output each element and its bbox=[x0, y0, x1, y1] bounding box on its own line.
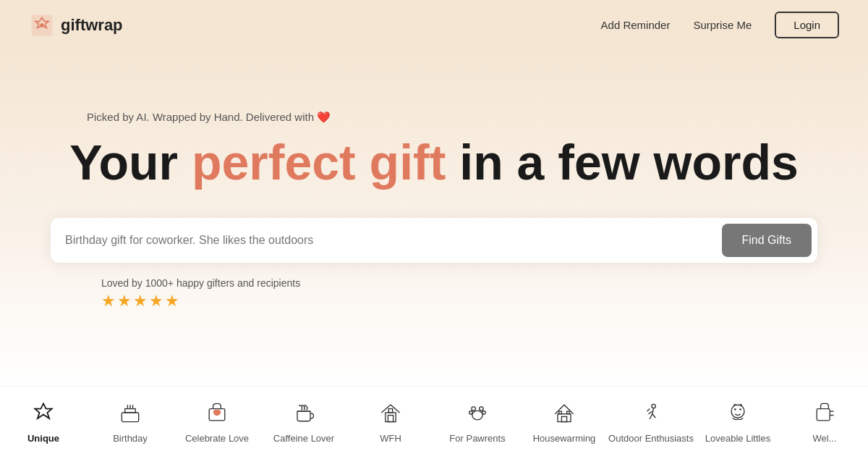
category-loveable-littles[interactable]: Loveable Littles bbox=[694, 398, 781, 444]
svg-rect-17 bbox=[561, 416, 566, 421]
category-for-pawrents-label: For Pawrents bbox=[449, 433, 505, 444]
svg-point-13 bbox=[480, 407, 483, 410]
svg-rect-10 bbox=[388, 409, 392, 413]
category-celebrate-love-label: Celebrate Love bbox=[185, 433, 249, 444]
category-welcome-label: Wel... bbox=[813, 433, 837, 444]
category-caffeine-lover[interactable]: Caffeine Lover bbox=[260, 398, 347, 444]
hero-title: Your perfect gift in a few words bbox=[69, 135, 799, 190]
category-wfh[interactable]: WFH bbox=[347, 398, 434, 444]
svg-rect-24 bbox=[817, 409, 830, 421]
svg-rect-3 bbox=[125, 409, 135, 413]
star-1: ★ bbox=[101, 292, 116, 311]
logo[interactable]: giftwrap bbox=[29, 12, 123, 38]
svg-point-15 bbox=[482, 411, 486, 415]
search-container: Find Gifts bbox=[51, 218, 817, 263]
category-welcome[interactable]: Wel... bbox=[781, 398, 868, 444]
svg-rect-9 bbox=[388, 416, 393, 422]
svg-point-20 bbox=[652, 404, 655, 408]
hero-title-part1: Your bbox=[69, 135, 192, 190]
hero-title-part2: in a few words bbox=[446, 135, 798, 190]
hero-title-accent: perfect gift bbox=[192, 135, 446, 190]
logo-text: giftwrap bbox=[61, 16, 123, 35]
star-5: ★ bbox=[165, 292, 179, 311]
unique-icon bbox=[29, 398, 58, 427]
star-2: ★ bbox=[117, 292, 132, 311]
category-housewarming[interactable]: Housewarming bbox=[521, 398, 608, 444]
category-birthday[interactable]: Birthday bbox=[87, 398, 174, 444]
svg-rect-19 bbox=[567, 411, 570, 414]
category-celebrate-love[interactable]: Celebrate Love bbox=[174, 398, 260, 444]
hero-section: Picked by AI. Wrapped by Hand. Delivered… bbox=[0, 50, 868, 386]
svg-point-12 bbox=[472, 407, 475, 410]
category-wfh-label: WFH bbox=[380, 433, 401, 444]
login-button[interactable]: Login bbox=[775, 12, 839, 38]
star-4: ★ bbox=[149, 292, 163, 311]
add-reminder-link[interactable]: Add Reminder bbox=[601, 19, 671, 31]
search-input[interactable] bbox=[65, 234, 722, 247]
svg-point-14 bbox=[469, 411, 473, 415]
category-outdoor-enthusiasts-label: Outdoor Enthusiasts bbox=[608, 433, 694, 444]
svg-rect-18 bbox=[559, 411, 562, 414]
tagline: Picked by AI. Wrapped by Hand. Delivered… bbox=[87, 111, 331, 124]
category-loveable-littles-label: Loveable Littles bbox=[705, 433, 770, 444]
category-birthday-label: Birthday bbox=[113, 433, 148, 444]
svg-point-11 bbox=[472, 410, 482, 420]
svg-rect-8 bbox=[386, 413, 396, 422]
svg-rect-16 bbox=[558, 414, 571, 422]
header: giftwrap Add Reminder Surprise Me Login bbox=[0, 0, 868, 50]
celebrate-love-icon bbox=[203, 398, 231, 427]
categories-bar: Unique Birthday Celebrate Love bbox=[0, 386, 868, 451]
birthday-icon bbox=[116, 398, 145, 427]
category-caffeine-lover-label: Caffeine Lover bbox=[273, 433, 334, 444]
category-unique[interactable]: Unique bbox=[0, 398, 87, 444]
svg-rect-2 bbox=[122, 413, 138, 422]
star-rating: ★ ★ ★ ★ ★ bbox=[101, 292, 179, 311]
find-gifts-button[interactable]: Find Gifts bbox=[722, 224, 812, 257]
category-for-pawrents[interactable]: For Pawrents bbox=[434, 398, 521, 444]
star-3: ★ bbox=[133, 292, 148, 311]
social-proof-text: Loved by 1000+ happy gifters and recipie… bbox=[101, 277, 300, 289]
surprise-me-link[interactable]: Surprise Me bbox=[693, 19, 752, 31]
category-outdoor-enthusiasts[interactable]: Outdoor Enthusiasts bbox=[608, 398, 694, 444]
category-unique-label: Unique bbox=[27, 433, 59, 444]
header-nav: Add Reminder Surprise Me Login bbox=[601, 12, 839, 38]
logo-icon bbox=[29, 12, 55, 38]
svg-point-22 bbox=[734, 408, 736, 410]
welcome-icon bbox=[810, 398, 839, 427]
housewarming-icon bbox=[550, 398, 579, 427]
social-proof: Loved by 1000+ happy gifters and recipie… bbox=[101, 277, 300, 311]
wfh-icon bbox=[376, 398, 405, 427]
outdoor-enthusiasts-icon bbox=[637, 398, 665, 427]
for-pawrents-icon bbox=[463, 398, 492, 427]
category-housewarming-label: Housewarming bbox=[533, 433, 596, 444]
svg-point-23 bbox=[739, 408, 741, 410]
caffeine-lover-icon bbox=[289, 398, 318, 427]
svg-point-1 bbox=[40, 23, 43, 27]
loveable-littles-icon bbox=[723, 398, 752, 427]
svg-point-21 bbox=[731, 405, 744, 418]
